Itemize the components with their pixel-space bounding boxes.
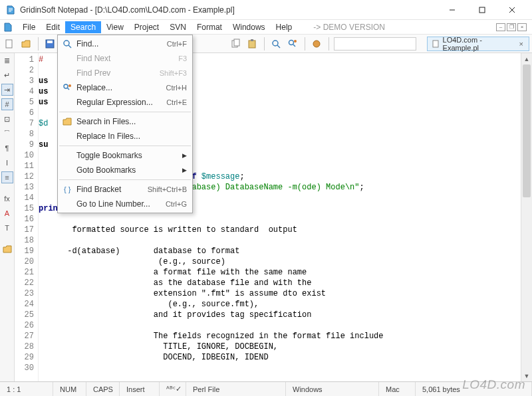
status-num: NUM (53, 382, 86, 396)
line-number: 8 (15, 129, 38, 140)
side-indent-icon[interactable]: ≣ (1, 54, 13, 66)
line-number: 26 (15, 320, 38, 331)
code-line: The fields recognized in the format file… (39, 331, 521, 342)
menu-file[interactable]: File (17, 21, 41, 33)
svg-point-20 (64, 84, 68, 88)
menu-windows[interactable]: Windows (227, 21, 271, 33)
app-menu-icon (3, 22, 13, 33)
menu-search[interactable]: Search (65, 21, 101, 33)
side-text-icon[interactable]: T (1, 222, 13, 234)
menu-item-find-next: Find NextF3 (58, 51, 192, 66)
scroll-thumb[interactable] (523, 64, 531, 197)
side-fx-icon[interactable]: fx (1, 193, 13, 205)
line-number: 20 (15, 256, 38, 267)
line-number: 16 (15, 214, 38, 225)
toolbar-separator (329, 37, 329, 50)
svg-line-19 (68, 45, 71, 48)
maximize-button[interactable] (467, 1, 497, 19)
line-number: 6 (15, 108, 38, 118)
mdi-minimize-button[interactable]: – (496, 23, 505, 31)
status-position: 1 : 1 (0, 382, 53, 396)
open-file-button[interactable] (19, 37, 33, 51)
bracket-icon: { } (61, 185, 74, 194)
menu-item-label: Find... (74, 39, 167, 49)
menu-help[interactable]: Help (271, 21, 298, 33)
side-font-icon[interactable]: A (1, 207, 13, 219)
status-insert: Insert (120, 382, 160, 396)
menu-item-label: Search in Files... (74, 117, 187, 126)
svg-point-18 (64, 41, 69, 46)
paste-button[interactable] (245, 37, 259, 51)
menu-item-label: Find Bracket (74, 185, 148, 194)
code-line: extension ".fmt" is assume dto exist (39, 288, 521, 299)
menu-item-find-bracket[interactable]: { }Find BracketShift+Ctrl+B (58, 182, 192, 197)
new-file-button[interactable] (3, 37, 17, 51)
line-number: 3 (15, 76, 38, 86)
replace-button[interactable] (286, 37, 300, 51)
menu-item-find[interactable]: Find...Ctrl+F (58, 37, 192, 51)
menu-svn[interactable]: SVN (164, 21, 192, 33)
line-number: 15 (15, 203, 38, 214)
line-number: 24 (15, 299, 38, 310)
line-number: 22 (15, 278, 38, 288)
svg-point-16 (313, 41, 320, 47)
side-pilcrow-icon[interactable]: ¶ (1, 142, 13, 154)
line-number: 2 (15, 65, 38, 76)
svg-rect-17 (433, 41, 438, 47)
menu-separator (59, 112, 191, 112)
mdi-restore-button[interactable]: ❐ (507, 23, 516, 31)
menu-item-label: Toggle Bookmarks (74, 151, 182, 160)
side-lines-icon[interactable]: ≡ (1, 171, 13, 183)
code-line (39, 363, 521, 373)
line-number: 7 (15, 118, 38, 129)
menu-view[interactable]: View (101, 21, 129, 33)
svg-rect-10 (251, 39, 253, 41)
svg-text:{ }: { } (64, 185, 71, 193)
vertical-scrollbar[interactable]: ▲ ▼ (521, 53, 532, 381)
side-cursor-icon[interactable]: I (1, 157, 13, 169)
menu-item-regular-expression[interactable]: Regular Expression...Ctrl+E (58, 95, 192, 110)
side-ruler-icon[interactable]: ⎴ (1, 128, 13, 140)
menu-edit[interactable]: Edit (41, 21, 65, 33)
line-number: 21 (15, 267, 38, 278)
macro-button[interactable] (310, 37, 324, 51)
minimize-button[interactable] (437, 1, 467, 19)
menubar: File Edit Search View Project SVN Format… (0, 20, 532, 35)
save-button[interactable] (43, 37, 57, 51)
menu-item-goto-bookmarks[interactable]: Goto Bookmarks▶ (58, 163, 192, 177)
mdi-close-button[interactable]: × (517, 23, 527, 31)
svg-line-12 (277, 45, 280, 48)
toolbar-separator (305, 37, 305, 50)
menu-item-label: Goto Bookmarks (74, 165, 182, 175)
submenu-arrow-icon: ▶ (182, 152, 187, 159)
side-invisible-icon[interactable]: ⊡ (1, 113, 13, 125)
close-button[interactable] (497, 1, 527, 19)
menu-item-replace[interactable]: Replace...Ctrl+H (58, 80, 192, 95)
menu-project[interactable]: Project (129, 21, 164, 33)
side-tabs-icon[interactable]: ⇥ (1, 84, 13, 96)
menu-item-toggle-bookmarks[interactable]: Toggle Bookmarks▶ (58, 148, 192, 163)
document-icon (432, 40, 440, 48)
demo-label: -> DEMO VERSION (313, 23, 385, 32)
find-button[interactable] (269, 37, 283, 51)
code-line: as the database file and with the (39, 278, 521, 288)
line-gutter: 1234567891011121314151617181920212223242… (15, 53, 39, 381)
status-os: Windows (286, 382, 379, 396)
scroll-up-button[interactable]: ▲ (521, 53, 532, 64)
line-number: 14 (15, 193, 38, 203)
document-tab[interactable]: LO4D.com - Example.pl × (427, 37, 529, 51)
menu-item-label: Find Prev (74, 68, 160, 78)
side-hash-icon[interactable]: # (1, 98, 13, 110)
menu-format[interactable]: Format (192, 21, 227, 33)
svg-rect-4 (6, 40, 12, 48)
side-folder-icon[interactable] (1, 243, 13, 255)
folder-search-icon (61, 117, 74, 126)
tab-close-button[interactable]: × (519, 40, 523, 48)
side-wordwrap-icon[interactable]: ↵ (1, 69, 13, 81)
copy-button[interactable] (229, 37, 243, 51)
menu-item-go-to-line-number[interactable]: Go to Line Number...Ctrl+G (58, 197, 192, 211)
menu-item-search-in-files[interactable]: Search in Files... (58, 114, 192, 129)
toolbar-combo[interactable] (334, 37, 416, 50)
menu-item-replace-in-files[interactable]: Replace In Files... (58, 129, 192, 144)
svg-rect-6 (47, 41, 53, 43)
